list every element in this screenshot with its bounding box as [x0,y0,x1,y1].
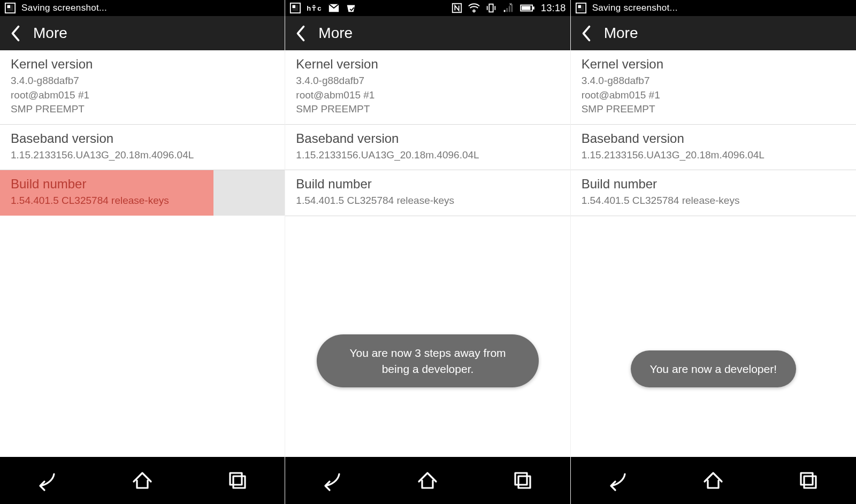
item-title: Kernel version [296,57,559,72]
toast-container: You are now a developer! [571,350,856,387]
nav-bar [571,457,856,504]
item-subtext: 1.15.2133156.UA13G_20.18m.4096.04L [296,148,559,163]
svg-rect-12 [506,8,508,12]
back-button[interactable] [295,24,307,43]
nav-home-button[interactable] [409,467,446,494]
play-store-icon [345,2,357,14]
settings-list: Kernel version 3.4.0-g88dafb7 root@abm01… [0,50,285,457]
item-subtext: 3.4.0-g88dafb7 root@abm015 #1 SMP PREEMP… [296,74,559,117]
triptych: Saving screenshot... More Kernel version… [0,0,856,504]
svg-rect-18 [522,6,531,10]
phone-2: hт̄c × [285,0,570,504]
nfc-icon [451,2,463,14]
nav-bar [285,457,570,504]
settings-list: Kernel version 3.4.0-g88dafb7 root@abm01… [285,50,570,457]
item-title: Build number [11,177,203,192]
status-bar: hт̄c × [285,0,570,16]
title-bar: More [285,16,570,50]
item-baseband-version[interactable]: Baseband version 1.15.2133156.UA13G_20.1… [0,125,285,171]
screenshot-saving-icon [289,2,301,14]
svg-rect-2 [7,5,11,9]
vibrate-icon [485,2,497,14]
svg-rect-4 [233,476,245,488]
item-title: Build number [296,177,559,192]
item-subtext: 3.4.0-g88dafb7 root@abm015 #1 SMP PREEMP… [11,74,274,117]
item-title: Baseband version [11,131,274,146]
item-subtext: 1.54.401.5 CL325784 release-keys [582,194,845,208]
nav-back-button[interactable] [314,467,351,494]
svg-rect-7 [293,5,296,9]
status-text: Saving screenshot... [21,3,107,13]
phone-3: Saving screenshot... More Kernel version… [571,0,856,504]
svg-rect-11 [504,10,506,12]
item-subtext: 1.54.401.5 CL325784 release-keys [11,194,203,208]
item-build-number[interactable]: Build number 1.54.401.5 CL325784 release… [571,170,856,216]
item-kernel-version[interactable]: Kernel version 3.4.0-g88dafb7 root@abm01… [571,50,856,125]
svg-rect-3 [230,473,242,485]
item-title: Baseband version [582,131,845,146]
signal-icon: × [502,2,514,14]
item-baseband-version[interactable]: Baseband version 1.15.2133156.UA13G_20.1… [285,125,570,171]
svg-rect-23 [578,5,581,9]
status-bar: Saving screenshot... [0,0,285,16]
item-subtext: 1.54.401.5 CL325784 release-keys [296,194,559,208]
clock: 13:18 [541,3,566,14]
item-kernel-version[interactable]: Kernel version 3.4.0-g88dafb7 root@abm01… [285,50,570,125]
item-title: Build number [582,177,845,192]
phone-1: Saving screenshot... More Kernel version… [0,0,285,504]
battery-icon [519,2,536,14]
screenshot-saving-icon [575,2,587,14]
nav-recent-button[interactable] [219,467,256,494]
page-title: More [33,25,67,42]
item-title: Baseband version [296,131,559,146]
nav-home-button[interactable] [124,467,161,494]
page-title: More [318,25,353,42]
item-title: Kernel version [582,57,845,72]
item-build-number[interactable]: Build number 1.54.401.5 CL325784 release… [0,170,285,216]
item-subtext: 3.4.0-g88dafb7 root@abm015 #1 SMP PREEMP… [582,74,845,117]
nav-back-button[interactable] [29,467,66,494]
toast-container: You are now 3 steps away from being a de… [285,334,570,387]
back-button[interactable] [10,24,21,43]
status-text: Saving screenshot... [592,3,678,13]
watermark: one Arena [814,461,853,470]
nav-back-button[interactable] [600,467,637,494]
title-bar: More [0,16,285,50]
svg-text:×: × [509,2,513,7]
svg-rect-10 [489,4,493,12]
item-subtext: 1.15.2133156.UA13G_20.18m.4096.04L [11,148,274,163]
item-build-number[interactable]: Build number 1.54.401.5 CL325784 release… [285,170,570,216]
status-bar: Saving screenshot... [571,0,856,16]
title-bar: More [571,16,856,50]
item-subtext: 1.15.2133156.UA13G_20.18m.4096.04L [582,148,845,163]
item-baseband-version[interactable]: Baseband version 1.15.2133156.UA13G_20.1… [571,125,856,171]
svg-rect-20 [518,476,530,488]
gmail-icon [328,2,340,14]
item-kernel-version[interactable]: Kernel version 3.4.0-g88dafb7 root@abm01… [0,50,285,125]
nav-home-button[interactable] [694,467,732,494]
screenshot-saving-icon [4,2,16,14]
toast: You are now a developer! [631,350,796,387]
nav-recent-button[interactable] [790,467,827,494]
toast: You are now 3 steps away from being a de… [317,334,539,387]
nav-recent-button[interactable] [504,467,541,494]
svg-rect-25 [804,476,816,488]
settings-list: Kernel version 3.4.0-g88dafb7 root@abm01… [571,50,856,457]
nav-bar [0,457,285,504]
svg-rect-24 [801,473,813,485]
item-title: Kernel version [11,57,274,72]
page-title: More [604,25,638,42]
svg-rect-19 [515,473,527,485]
wifi-icon [468,2,480,14]
back-button[interactable] [580,24,592,43]
svg-rect-17 [533,6,534,10]
carrier-label: hт̄c [307,4,322,12]
